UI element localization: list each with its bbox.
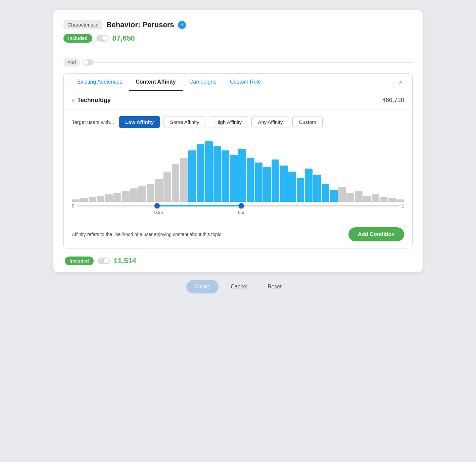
top-section: Characteristic Behavior: Perusers + Incl… [63, 20, 413, 53]
tabs-row: Existing Audiences Content Affinity Camp… [64, 74, 412, 91]
inner-panel: Existing Audiences Content Affinity Camp… [63, 73, 413, 248]
technology-title: Technology [77, 97, 111, 104]
histogram-bar [330, 190, 338, 202]
plus-icon[interactable]: + [178, 21, 186, 29]
target-label: Target users with... [72, 119, 114, 125]
histogram-bar [105, 194, 113, 202]
affinity-btn-low[interactable]: Low Affinity [119, 116, 160, 128]
and-row: And [63, 58, 413, 66]
histogram-bar [288, 172, 296, 202]
main-card: Characteristic Behavior: Perusers + Incl… [53, 10, 423, 272]
affinity-row: Target users with... Low Affinity Some A… [72, 116, 404, 128]
tab-campaigns[interactable]: Campaigns [183, 74, 223, 91]
count-bottom: 11,514 [114, 257, 136, 265]
histogram-bar [238, 149, 246, 202]
affinity-btn-any[interactable]: Any Affinity [251, 116, 289, 128]
tech-left: ‹ Technology [72, 97, 111, 104]
reset-button[interactable]: Reset [259, 280, 290, 293]
affinity-btn-high[interactable]: High Affinity [209, 116, 248, 128]
histogram-bar [263, 167, 271, 202]
slider-thumb-left[interactable] [154, 203, 160, 209]
slider-fill [157, 205, 241, 206]
section-divider [53, 53, 423, 53]
histogram-bar [355, 191, 363, 202]
histogram-bar [122, 191, 130, 202]
histogram-bar [255, 163, 263, 202]
affinity-btn-custom[interactable]: Custom [292, 116, 323, 128]
create-button[interactable]: Create [186, 280, 219, 293]
histogram-bar [222, 150, 229, 202]
histogram-bar [313, 175, 321, 202]
cancel-button[interactable]: Cancel [223, 280, 255, 293]
histogram-bar [372, 194, 379, 202]
behavior-title: Behavior: Perusers [106, 20, 174, 29]
back-arrow-icon[interactable]: ‹ [72, 97, 74, 104]
slider-track [77, 205, 399, 206]
histogram-bar [163, 172, 171, 202]
histogram-bar [280, 166, 288, 202]
histogram-bar [205, 141, 213, 202]
histogram-bar [322, 184, 329, 202]
histogram-bar [297, 178, 304, 202]
close-button[interactable]: × [396, 77, 406, 88]
included-badge-bottom: Included [65, 257, 94, 265]
histogram-bar [363, 196, 371, 202]
included-toggle-bottom[interactable] [98, 258, 110, 264]
histogram-bar [396, 199, 404, 202]
axis-zero-label: 0 [72, 203, 75, 209]
histogram [72, 135, 404, 202]
histogram-bar [388, 198, 396, 202]
action-buttons: Create Cancel Reset [186, 280, 290, 293]
histogram-bar [97, 196, 104, 202]
axis-label-025: 0.25 [154, 210, 163, 215]
and-divider-line [93, 62, 413, 63]
slider-thumb-right[interactable] [239, 203, 244, 209]
histogram-bar [130, 188, 138, 202]
histogram-bar [72, 199, 80, 202]
histogram-bar [188, 150, 196, 202]
panel-footer: Affinity refers to the likelihood of a u… [64, 221, 412, 248]
histogram-bar [138, 186, 146, 202]
footer-note: Affinity refers to the likelihood of a u… [72, 232, 221, 237]
histogram-bar [147, 184, 154, 202]
count-top: 87,650 [112, 34, 135, 43]
histogram-bar [338, 187, 346, 202]
characteristic-row: Characteristic Behavior: Perusers + [63, 20, 413, 29]
histogram-bar [80, 198, 88, 202]
and-toggle[interactable] [83, 59, 93, 65]
affinity-section: Target users with... Low Affinity Some A… [64, 109, 412, 131]
chart-area: 0 1 0.25 0.5 [64, 131, 412, 217]
histogram-bar [197, 144, 204, 202]
bottom-included-row: Included 11,514 [63, 257, 413, 265]
characteristic-badge: Characteristic [63, 20, 102, 29]
included-toggle-top[interactable] [96, 35, 108, 42]
histogram-bar [89, 197, 96, 202]
axis-label-050: 0.5 [238, 210, 244, 215]
histogram-bar [172, 164, 180, 202]
affinity-btn-some[interactable]: Some Affinity [163, 116, 205, 128]
and-badge: And [63, 58, 80, 66]
technology-count: 466,730 [382, 97, 404, 104]
included-badge-top: Included [63, 34, 92, 43]
tab-custom-rule[interactable]: Custom Rule [223, 74, 268, 91]
tab-existing-audiences[interactable]: Existing Audiences [70, 74, 129, 91]
histogram-bar [113, 193, 121, 202]
histogram-bar [180, 158, 188, 202]
histogram-bar [230, 155, 238, 202]
histogram-bar [272, 159, 279, 202]
technology-header: ‹ Technology 466,730 [64, 91, 412, 109]
histogram-bar [346, 193, 354, 202]
histogram-bar [155, 179, 163, 202]
included-row-top: Included 87,650 [63, 34, 413, 43]
add-condition-button[interactable]: Add Condition [348, 227, 404, 241]
histogram-bar [213, 146, 221, 202]
histogram-bar [247, 158, 254, 202]
histogram-bar [305, 169, 313, 202]
axis-one-label: 1 [401, 203, 404, 209]
tab-content-affinity[interactable]: Content Affinity [129, 74, 182, 91]
histogram-bar [380, 197, 387, 202]
